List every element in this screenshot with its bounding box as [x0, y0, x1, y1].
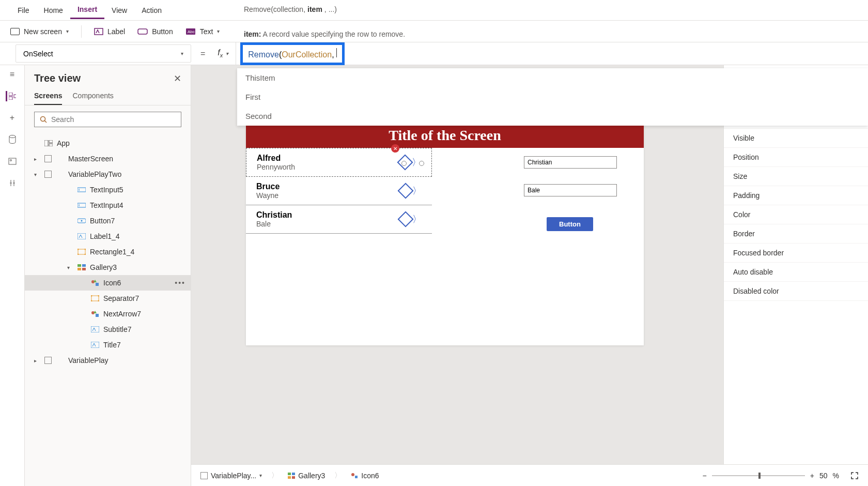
svg-line-11 — [44, 120, 47, 123]
tree-item-subtitle7[interactable]: Subtitle7 — [25, 322, 191, 337]
svg-rect-39 — [96, 314, 99, 317]
new-screen-button[interactable]: New screen ▾ — [10, 27, 69, 36]
svg-rect-4 — [9, 93, 12, 96]
app-icon — [44, 140, 53, 146]
formula-input[interactable]: Remove(OurCollection, — [236, 42, 868, 65]
gallery-row[interactable]: BruceWayne〉 — [246, 177, 432, 205]
tree-item-label: Rectangle1_4 — [90, 248, 134, 256]
gallery-title: Bruce — [256, 182, 280, 191]
zoom-slider[interactable] — [712, 475, 805, 476]
svg-rect-22 — [78, 249, 85, 254]
textinput-firstname[interactable] — [524, 156, 617, 169]
formula-text[interactable]: Remove(OurCollection, — [240, 42, 345, 65]
breadcrumb-gallery-label: Gallery3 — [298, 472, 325, 480]
search-input[interactable] — [51, 115, 176, 124]
svg-rect-29 — [78, 268, 81, 270]
svg-rect-28 — [82, 264, 86, 267]
tree-item-separator7[interactable]: Separator7 — [25, 291, 191, 306]
breadcrumb-screen[interactable]: VariablePlay... ▾ — [200, 472, 262, 480]
property-row[interactable]: Size — [724, 167, 868, 186]
tree-item-icon6[interactable]: Icon6••• — [25, 275, 191, 291]
tree-item-button7[interactable]: Button7 — [25, 213, 191, 229]
next-arrow-icon[interactable]: 〉 — [400, 213, 422, 225]
autocomplete-item[interactable]: ThisItem — [237, 68, 868, 87]
breadcrumb-separator: 〉 — [334, 471, 342, 480]
zoom-thumb[interactable] — [758, 473, 761, 479]
property-row[interactable]: Position — [724, 148, 868, 167]
icon-icon — [91, 280, 99, 286]
menu-home[interactable]: Home — [37, 2, 70, 19]
svg-point-37 — [98, 300, 100, 302]
insert-icon[interactable]: + — [7, 113, 18, 123]
menu-view[interactable]: View — [104, 2, 134, 19]
tree-item-textinput4[interactable]: TextInput4 — [25, 198, 191, 213]
svg-point-34 — [91, 295, 92, 297]
tree-item-nextarrow7[interactable]: NextArrow7 — [25, 306, 191, 322]
tree-item-variableplaytwo[interactable]: ▾VariablePlayTwo — [25, 166, 191, 182]
menu-insert[interactable]: Insert — [70, 1, 104, 19]
tree-item-label: Separator7 — [103, 294, 139, 302]
gallery-row[interactable]: ChristianBale〉 — [246, 205, 432, 234]
menu-action[interactable]: Action — [134, 2, 169, 19]
insert-label-button[interactable]: Label — [94, 27, 125, 36]
svg-point-7 — [9, 135, 16, 138]
breadcrumb-gallery[interactable]: Gallery3 — [288, 472, 325, 480]
selection-handles[interactable] — [401, 156, 424, 171]
tree-item-masterscreen[interactable]: ▸MasterScreen — [25, 151, 191, 166]
close-icon[interactable]: ✕ — [174, 73, 181, 84]
tree-item-variableplay[interactable]: ▸VariablePlay — [25, 353, 191, 368]
breadcrumb-icon[interactable]: Icon6 — [351, 472, 379, 480]
zoom-in-button[interactable]: + — [810, 472, 814, 480]
screen-icon — [56, 156, 64, 162]
tree-item-textinput5[interactable]: TextInput5 — [25, 182, 191, 198]
more-icon[interactable]: ••• — [175, 279, 185, 287]
tools-icon[interactable] — [7, 178, 18, 188]
gallery-icon — [288, 473, 295, 479]
fx-label[interactable]: fx▾ — [210, 42, 236, 65]
divider — [81, 25, 82, 38]
property-row[interactable]: Padding — [724, 186, 868, 205]
screen-title: Title of the Screen — [246, 123, 644, 148]
tree-item-rectangle1_4[interactable]: Rectangle1_4 — [25, 244, 191, 260]
hamburger-icon[interactable]: ≡ — [7, 69, 18, 80]
tree-view-icon[interactable] — [6, 91, 16, 101]
tree-item-app[interactable]: App — [25, 135, 191, 151]
next-arrow-icon[interactable]: 〉 — [400, 185, 422, 197]
formula-arg1: OurCollection — [282, 50, 332, 59]
insert-button-button[interactable]: Button — [137, 27, 173, 36]
svg-rect-6 — [14, 95, 16, 98]
property-row[interactable]: Focused border — [724, 244, 868, 263]
search-icon — [40, 116, 47, 123]
tree-item-title7[interactable]: Title7 — [25, 337, 191, 353]
chevron-down-icon: ▾ — [181, 51, 183, 56]
error-badge-icon: ✕ — [391, 144, 399, 153]
expand-icon[interactable] — [850, 472, 859, 480]
autocomplete-item[interactable]: Second — [237, 107, 868, 126]
property-row[interactable]: Border — [724, 224, 868, 244]
property-selector[interactable]: OnSelect ▾ — [16, 44, 191, 63]
autocomplete-item[interactable]: First — [237, 87, 868, 107]
property-row[interactable]: Visible — [724, 129, 868, 148]
textinput-lastname[interactable] — [524, 184, 617, 196]
insert-text-button[interactable]: Abc Text ▾ — [185, 27, 220, 36]
tab-screens[interactable]: Screens — [34, 92, 62, 105]
property-row[interactable]: Auto disable — [724, 263, 868, 282]
data-icon[interactable] — [7, 134, 18, 145]
chevron-icon: ▾ — [34, 172, 40, 177]
gallery-row[interactable]: AlfredPennyworth〉✕ — [246, 148, 432, 177]
submit-button[interactable]: Button — [547, 217, 593, 231]
tree-item-label1_4[interactable]: Label1_4 — [25, 229, 191, 244]
gallery-subtitle: Pennyworth — [257, 163, 295, 171]
tab-components[interactable]: Components — [72, 92, 113, 105]
tree-item-gallery3[interactable]: ▾Gallery3 — [25, 260, 191, 275]
chevron-icon: ▾ — [67, 265, 73, 270]
chevron-down-icon: ▾ — [226, 51, 228, 56]
zoom-out-button[interactable]: − — [703, 472, 707, 480]
svg-rect-14 — [49, 144, 53, 146]
property-row[interactable]: Disabled color — [724, 282, 868, 301]
insert-button-text: Button — [152, 27, 173, 36]
tree-search[interactable] — [34, 112, 181, 127]
menu-file[interactable]: File — [10, 2, 37, 19]
property-row[interactable]: Color — [724, 205, 868, 224]
media-icon[interactable] — [7, 156, 18, 166]
